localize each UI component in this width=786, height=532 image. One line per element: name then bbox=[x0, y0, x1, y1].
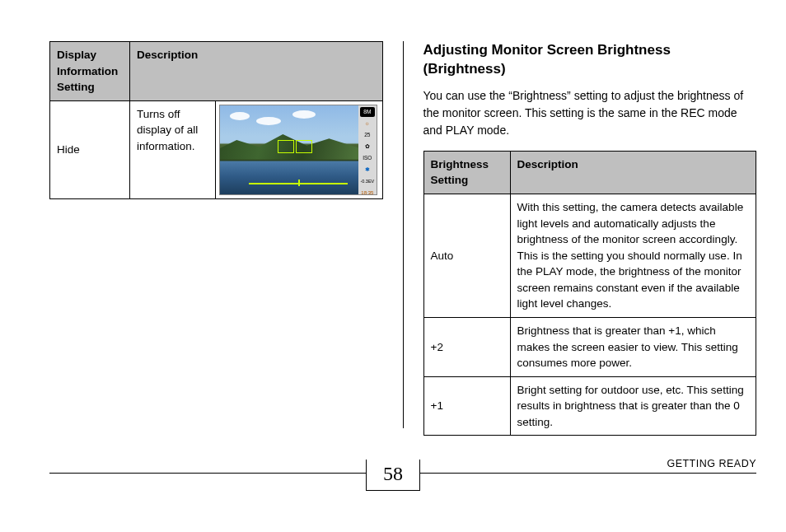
content-columns: Display Information Setting Description … bbox=[0, 0, 786, 428]
camera-remaining-shots: 25 bbox=[360, 130, 375, 140]
camera-preview-image: 8M ☼ 25 ✿ ISO ✱ -0.3EV 18:35 bbox=[219, 105, 377, 195]
brightness-description-value: Bright setting for outdoor use, etc. Thi… bbox=[510, 376, 756, 436]
display-info-description-value: Turns off display of all information. bbox=[129, 100, 215, 198]
preview-cloud bbox=[230, 112, 250, 120]
section-heading: Adjusting Monitor Screen Brightness (Bri… bbox=[423, 41, 757, 79]
camera-iso-label: ISO bbox=[360, 153, 375, 163]
intro-paragraph: You can use the “Brightness” setting to … bbox=[423, 87, 757, 139]
camera-badge-resolution: 8M bbox=[360, 107, 375, 117]
camera-sun-icon: ☼ bbox=[360, 119, 375, 128]
right-column: Adjusting Monitor Screen Brightness (Bri… bbox=[403, 41, 757, 428]
brightness-header-setting: Brightness Setting bbox=[423, 151, 510, 194]
camera-info-sidebar: 8M ☼ 25 ✿ ISO ✱ -0.3EV 18:35 bbox=[358, 105, 377, 194]
brightness-table: Brightness Setting Description Auto With… bbox=[423, 151, 757, 436]
footer-section-label: GETTING READY bbox=[667, 458, 756, 469]
camera-time-value: 18:35 bbox=[360, 188, 375, 195]
table-row: +2 Brightness that is greater than +1, w… bbox=[423, 317, 756, 376]
brightness-header-description: Description bbox=[510, 151, 756, 194]
display-info-preview-cell: 8M ☼ 25 ✿ ISO ✱ -0.3EV 18:35 bbox=[215, 100, 382, 198]
display-info-table: Display Information Setting Description … bbox=[49, 41, 383, 199]
display-info-header-setting: Display Information Setting bbox=[50, 42, 130, 101]
camera-mode-icon: ✿ bbox=[360, 142, 375, 152]
table-row: Auto With this setting, the camera detec… bbox=[423, 194, 756, 318]
preview-cloud bbox=[256, 117, 281, 125]
brightness-setting-value: +2 bbox=[423, 317, 510, 376]
brightness-setting-value: +1 bbox=[423, 376, 510, 436]
left-column: Display Information Setting Description … bbox=[49, 41, 403, 428]
camera-ev-value: -0.3EV bbox=[360, 176, 375, 186]
preview-cloud bbox=[292, 110, 316, 119]
preview-bottom-indicator bbox=[249, 181, 348, 186]
page-number: 58 bbox=[366, 460, 420, 491]
brightness-description-value: With this setting, the camera detects av… bbox=[510, 194, 756, 318]
preview-focus-frame bbox=[278, 140, 294, 153]
brightness-setting-value: Auto bbox=[423, 194, 510, 318]
brightness-description-value: Brightness that is greater than +1, whic… bbox=[510, 317, 756, 376]
display-info-setting-value: Hide bbox=[50, 100, 130, 198]
table-row: Hide Turns off display of all informatio… bbox=[50, 100, 383, 198]
manual-page: Display Information Setting Description … bbox=[0, 0, 786, 532]
table-row: +1 Bright setting for outdoor use, etc. … bbox=[423, 376, 756, 436]
page-footer: GETTING READY 58 bbox=[0, 464, 786, 517]
preview-focus-frame bbox=[296, 140, 312, 153]
camera-star-icon: ✱ bbox=[360, 165, 375, 175]
display-info-header-description: Description bbox=[129, 42, 382, 101]
